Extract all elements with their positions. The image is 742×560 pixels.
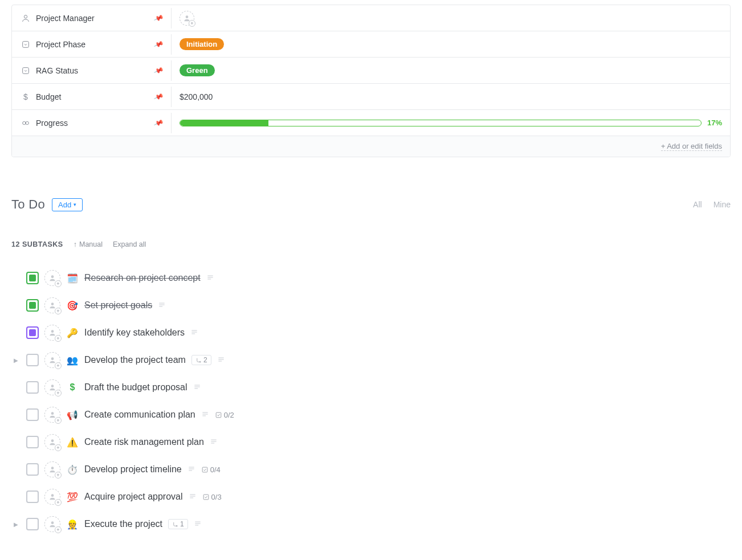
- field-value-progress[interactable]: 17%: [172, 114, 730, 132]
- description-icon[interactable]: [193, 383, 201, 393]
- filter-mine[interactable]: Mine: [714, 200, 731, 209]
- svg-point-36: [51, 467, 54, 469]
- progress-bar[interactable]: 17%: [180, 118, 722, 127]
- description-icon[interactable]: [206, 273, 214, 283]
- assign-user-icon[interactable]: +: [44, 516, 60, 532]
- svg-point-6: [51, 275, 54, 278]
- field-label[interactable]: Progress 📌: [12, 113, 172, 133]
- task-title[interactable]: Create communication plan: [84, 410, 195, 420]
- arrow-up-icon: ↑: [74, 240, 77, 248]
- status-checkbox[interactable]: [26, 326, 39, 339]
- plus-icon: +: [189, 20, 195, 27]
- task-row: ▶ + 🔑 Identify key stakeholders: [11, 319, 731, 346]
- dropdown-icon: [20, 40, 31, 49]
- subtask-toolbar: 12 SUBTASKS ↑ Manual Expand all: [11, 240, 731, 248]
- checklist-value: 0/3: [211, 493, 222, 501]
- assign-user-icon[interactable]: +: [44, 489, 60, 505]
- assign-user-icon[interactable]: +: [44, 461, 60, 477]
- task-icon: 👷: [66, 519, 79, 530]
- assign-user-icon[interactable]: +: [44, 434, 60, 450]
- field-value-project-manager[interactable]: +: [172, 6, 730, 30]
- description-icon[interactable]: [210, 438, 218, 447]
- plus-icon: +: [55, 499, 62, 506]
- checklist-badge[interactable]: 0/3: [202, 493, 222, 501]
- subtask-count-badge[interactable]: 1: [168, 519, 188, 529]
- task-title[interactable]: Create risk management plan: [84, 437, 204, 447]
- svg-rect-45: [203, 494, 209, 500]
- task-title[interactable]: Develop project timeline: [84, 464, 182, 475]
- status-checkbox[interactable]: [26, 272, 39, 284]
- dollar-icon: $: [20, 92, 31, 101]
- task-icon: ⏱️: [66, 464, 79, 475]
- task-title[interactable]: Research on project concept: [84, 273, 201, 283]
- checklist-badge[interactable]: 0/4: [201, 465, 221, 474]
- task-title[interactable]: Draft the budget proposal: [84, 382, 187, 393]
- expand-toggle-icon[interactable]: ▶: [14, 357, 18, 363]
- status-checkbox[interactable]: [26, 436, 39, 448]
- description-icon[interactable]: [217, 355, 225, 365]
- status-checkbox[interactable]: [26, 463, 39, 476]
- task-title[interactable]: Execute the project: [84, 519, 162, 529]
- task-row: ▶ + 👥 Develop the project team 2: [11, 346, 731, 374]
- description-icon[interactable]: [187, 465, 195, 475]
- status-checkbox[interactable]: [26, 381, 39, 394]
- field-name: Progress: [36, 118, 68, 128]
- pin-icon[interactable]: 📌: [153, 39, 164, 49]
- add-button[interactable]: Add ▾: [52, 198, 83, 211]
- field-label[interactable]: Project Manager 📌: [12, 8, 172, 28]
- expand-toggle-icon[interactable]: ▶: [14, 521, 18, 528]
- status-fill: [29, 275, 36, 281]
- plus-icon: +: [55, 444, 62, 451]
- assign-user-icon[interactable]: +: [44, 270, 60, 286]
- field-value-rag[interactable]: Green: [172, 60, 730, 81]
- assign-user-icon[interactable]: +: [44, 407, 60, 423]
- status-fill: [29, 302, 36, 309]
- checklist-badge[interactable]: 0/2: [215, 411, 234, 419]
- sort-selector[interactable]: ↑ Manual: [74, 240, 103, 248]
- subtask-count-badge[interactable]: 2: [191, 355, 211, 365]
- assign-user-icon[interactable]: +: [44, 297, 60, 313]
- filter-all[interactable]: All: [693, 200, 702, 209]
- svg-rect-31: [216, 412, 221, 418]
- description-icon[interactable]: [158, 301, 166, 310]
- add-edit-fields-link[interactable]: + Add or edit fields: [661, 142, 722, 151]
- status-checkbox[interactable]: [26, 518, 39, 530]
- plus-icon: +: [55, 362, 62, 369]
- description-icon[interactable]: [189, 492, 197, 502]
- task-row: ▶ + 📢 Create communication plan 0/2: [11, 401, 731, 428]
- field-value-project-phase[interactable]: Initiation: [172, 34, 730, 55]
- status-checkbox[interactable]: [26, 299, 39, 312]
- field-label[interactable]: Project Phase 📌: [12, 34, 172, 55]
- phase-chip[interactable]: Initiation: [180, 38, 224, 50]
- field-row-project-phase: Project Phase 📌 Initiation: [12, 31, 730, 58]
- pin-icon[interactable]: 📌: [153, 91, 164, 101]
- subtask-count-value: 1: [180, 520, 184, 528]
- dropdown-icon: [20, 66, 31, 75]
- field-label[interactable]: RAG Status 📌: [12, 60, 172, 81]
- status-checkbox[interactable]: [26, 354, 39, 366]
- rag-chip[interactable]: Green: [180, 64, 215, 76]
- status-checkbox[interactable]: [26, 408, 39, 421]
- field-label[interactable]: $ Budget 📌: [12, 87, 172, 107]
- plus-icon: +: [55, 280, 62, 287]
- task-title[interactable]: Set project goals: [84, 300, 152, 310]
- description-icon[interactable]: [194, 520, 202, 529]
- pin-icon[interactable]: 📌: [153, 13, 164, 23]
- task-title[interactable]: Identify key stakeholders: [84, 328, 185, 338]
- assign-user-icon[interactable]: +: [44, 325, 60, 341]
- description-icon[interactable]: [201, 410, 209, 420]
- task-icon: 🎯: [66, 300, 79, 311]
- field-value-budget[interactable]: $200,000: [172, 88, 730, 106]
- task-title[interactable]: Acquire project approval: [84, 492, 183, 502]
- pin-icon[interactable]: 📌: [153, 117, 164, 128]
- svg-rect-40: [202, 467, 207, 472]
- status-checkbox[interactable]: [26, 490, 39, 503]
- description-icon[interactable]: [190, 328, 198, 338]
- assign-user-icon[interactable]: +: [180, 11, 194, 26]
- task-title[interactable]: Develop the project team: [84, 355, 186, 365]
- status-fill: [29, 329, 36, 336]
- assign-user-icon[interactable]: +: [44, 379, 60, 395]
- expand-all-button[interactable]: Expand all: [113, 240, 146, 248]
- pin-icon[interactable]: 📌: [153, 65, 164, 75]
- assign-user-icon[interactable]: +: [44, 352, 60, 368]
